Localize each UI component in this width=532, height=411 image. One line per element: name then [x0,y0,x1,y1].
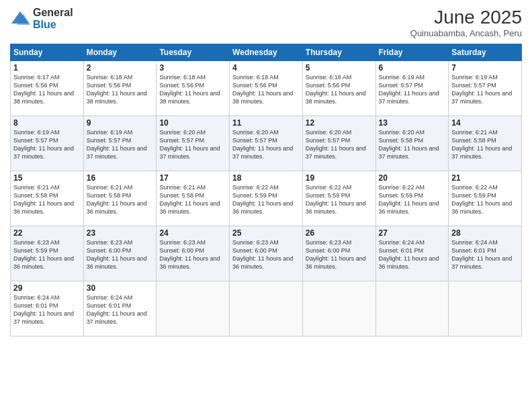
calendar-day-header: Saturday [449,44,522,61]
cell-info: Sunrise: 6:24 AMSunset: 6:01 PMDaylight:… [379,239,439,270]
calendar-week-row: 8 Sunrise: 6:19 AMSunset: 5:57 PMDayligh… [11,116,522,171]
calendar-cell [449,281,522,336]
calendar-cell: 11 Sunrise: 6:20 AMSunset: 5:57 PMDaylig… [230,116,303,171]
cell-info: Sunrise: 6:20 AMSunset: 5:58 PMDaylight:… [379,129,439,160]
day-number: 23 [87,228,154,238]
location-subtitle: Quinuabamba, Ancash, Peru [410,28,522,38]
calendar-cell [302,281,375,336]
day-number: 11 [232,118,300,128]
cell-info: Sunrise: 6:20 AMSunset: 5:57 PMDaylight:… [159,129,220,160]
calendar-cell: 14 Sunrise: 6:21 AMSunset: 5:58 PMDaylig… [449,116,522,171]
calendar-cell: 13 Sunrise: 6:20 AMSunset: 5:58 PMDaylig… [375,116,449,171]
page: General Blue June 2025 Quinuabamba, Anca… [0,0,532,411]
cell-info: Sunrise: 6:20 AMSunset: 5:57 PMDaylight:… [232,129,293,160]
day-number: 8 [13,118,81,128]
cell-info: Sunrise: 6:19 AMSunset: 5:57 PMDaylight:… [451,74,512,105]
day-number: 24 [159,228,226,238]
calendar-cell: 7 Sunrise: 6:19 AMSunset: 5:57 PMDayligh… [449,61,522,116]
cell-info: Sunrise: 6:23 AMSunset: 5:59 PMDaylight:… [13,239,74,270]
calendar-cell: 29 Sunrise: 6:24 AMSunset: 6:01 PMDaylig… [11,281,84,336]
calendar-cell [157,281,230,336]
calendar-cell: 21 Sunrise: 6:22 AMSunset: 5:59 PMDaylig… [449,171,522,226]
cell-info: Sunrise: 6:21 AMSunset: 5:58 PMDaylight:… [451,129,512,160]
calendar-week-row: 1 Sunrise: 6:17 AMSunset: 5:56 PMDayligh… [11,61,522,116]
day-number: 26 [306,228,373,238]
calendar-cell: 20 Sunrise: 6:22 AMSunset: 5:59 PMDaylig… [375,171,449,226]
calendar-header-row: SundayMondayTuesdayWednesdayThursdayFrid… [11,44,522,61]
calendar-day-header: Tuesday [157,44,230,61]
calendar-cell: 24 Sunrise: 6:23 AMSunset: 6:00 PMDaylig… [157,226,230,281]
day-number: 14 [451,118,519,128]
cell-info: Sunrise: 6:18 AMSunset: 5:56 PMDaylight:… [306,74,366,105]
calendar-cell: 10 Sunrise: 6:20 AMSunset: 5:57 PMDaylig… [157,116,230,171]
day-number: 28 [451,228,519,238]
calendar-day-header: Wednesday [230,44,303,61]
calendar-cell: 4 Sunrise: 6:18 AMSunset: 5:56 PMDayligh… [230,61,303,116]
calendar-cell: 8 Sunrise: 6:19 AMSunset: 5:57 PMDayligh… [11,116,84,171]
cell-info: Sunrise: 6:21 AMSunset: 5:58 PMDaylight:… [159,184,220,215]
day-number: 30 [87,283,154,293]
day-number: 12 [306,118,373,128]
calendar-day-header: Thursday [302,44,375,61]
logo-general: General [33,7,73,19]
calendar-cell: 18 Sunrise: 6:22 AMSunset: 5:59 PMDaylig… [230,171,303,226]
day-number: 27 [379,228,446,238]
calendar-cell: 17 Sunrise: 6:21 AMSunset: 5:58 PMDaylig… [157,171,230,226]
logo-icon [10,9,30,29]
day-number: 22 [13,228,81,238]
calendar-cell: 2 Sunrise: 6:18 AMSunset: 5:56 PMDayligh… [83,61,157,116]
calendar-cell: 9 Sunrise: 6:19 AMSunset: 5:57 PMDayligh… [83,116,157,171]
calendar-cell: 1 Sunrise: 6:17 AMSunset: 5:56 PMDayligh… [11,61,84,116]
cell-info: Sunrise: 6:22 AMSunset: 5:59 PMDaylight:… [451,184,512,215]
day-number: 20 [379,173,446,183]
calendar-cell: 26 Sunrise: 6:23 AMSunset: 6:00 PMDaylig… [302,226,375,281]
calendar-cell: 6 Sunrise: 6:19 AMSunset: 5:57 PMDayligh… [375,61,449,116]
day-number: 18 [232,173,300,183]
calendar-week-row: 22 Sunrise: 6:23 AMSunset: 5:59 PMDaylig… [11,226,522,281]
day-number: 6 [379,63,446,73]
calendar-cell: 19 Sunrise: 6:22 AMSunset: 5:59 PMDaylig… [302,171,375,226]
cell-info: Sunrise: 6:22 AMSunset: 5:59 PMDaylight:… [232,184,293,215]
calendar-day-header: Sunday [11,44,84,61]
calendar-table: SundayMondayTuesdayWednesdayThursdayFrid… [10,44,522,336]
calendar-cell [230,281,303,336]
day-number: 19 [306,173,373,183]
calendar-cell: 5 Sunrise: 6:18 AMSunset: 5:56 PMDayligh… [302,61,375,116]
cell-info: Sunrise: 6:19 AMSunset: 5:57 PMDaylight:… [379,74,439,105]
calendar-cell: 28 Sunrise: 6:24 AMSunset: 6:01 PMDaylig… [449,226,522,281]
logo: General Blue [10,7,73,30]
calendar-day-header: Friday [375,44,449,61]
cell-info: Sunrise: 6:21 AMSunset: 5:58 PMDaylight:… [87,184,147,215]
day-number: 16 [87,173,154,183]
calendar-cell: 12 Sunrise: 6:20 AMSunset: 5:57 PMDaylig… [302,116,375,171]
cell-info: Sunrise: 6:20 AMSunset: 5:57 PMDaylight:… [306,129,366,160]
day-number: 3 [159,63,226,73]
day-number: 29 [13,283,81,293]
title-block: June 2025 Quinuabamba, Ancash, Peru [410,7,522,38]
cell-info: Sunrise: 6:22 AMSunset: 5:59 PMDaylight:… [306,184,366,215]
day-number: 1 [13,63,81,73]
cell-info: Sunrise: 6:24 AMSunset: 6:01 PMDaylight:… [87,294,147,325]
day-number: 10 [159,118,226,128]
calendar-day-header: Monday [83,44,157,61]
day-number: 13 [379,118,446,128]
cell-info: Sunrise: 6:22 AMSunset: 5:59 PMDaylight:… [379,184,439,215]
calendar-cell: 3 Sunrise: 6:18 AMSunset: 5:56 PMDayligh… [157,61,230,116]
calendar-week-row: 15 Sunrise: 6:21 AMSunset: 5:58 PMDaylig… [11,171,522,226]
cell-info: Sunrise: 6:18 AMSunset: 5:56 PMDaylight:… [159,74,220,105]
calendar-cell: 22 Sunrise: 6:23 AMSunset: 5:59 PMDaylig… [11,226,84,281]
cell-info: Sunrise: 6:17 AMSunset: 5:56 PMDaylight:… [13,74,74,105]
cell-info: Sunrise: 6:21 AMSunset: 5:58 PMDaylight:… [13,184,74,215]
cell-info: Sunrise: 6:18 AMSunset: 5:56 PMDaylight:… [87,74,147,105]
calendar-cell: 27 Sunrise: 6:24 AMSunset: 6:01 PMDaylig… [375,226,449,281]
day-number: 7 [451,63,519,73]
day-number: 4 [232,63,300,73]
cell-info: Sunrise: 6:23 AMSunset: 6:00 PMDaylight:… [232,239,293,270]
day-number: 9 [87,118,154,128]
cell-info: Sunrise: 6:19 AMSunset: 5:57 PMDaylight:… [87,129,147,160]
cell-info: Sunrise: 6:18 AMSunset: 5:56 PMDaylight:… [232,74,293,105]
day-number: 25 [232,228,300,238]
day-number: 21 [451,173,519,183]
day-number: 5 [306,63,373,73]
header: General Blue June 2025 Quinuabamba, Anca… [10,7,522,38]
